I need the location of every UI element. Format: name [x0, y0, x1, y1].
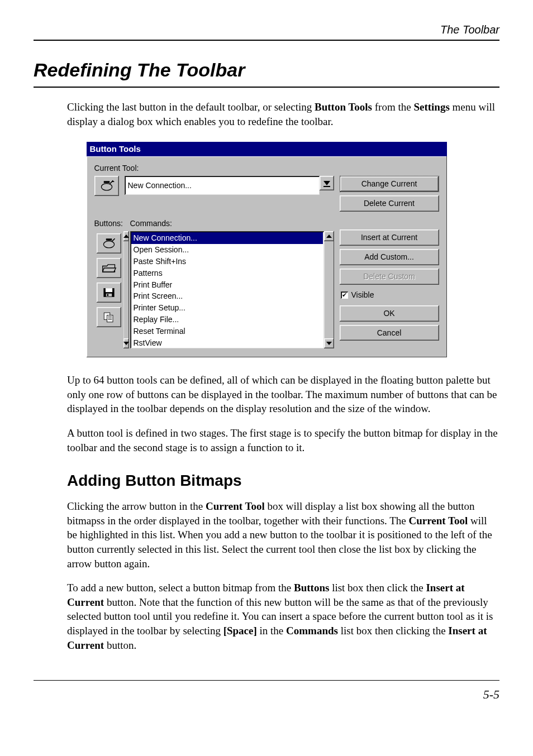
scroll-down-button[interactable] [324, 338, 334, 348]
section-title: Redefining The Toolbar [34, 58, 499, 88]
svg-rect-1 [103, 181, 110, 184]
commands-list-item[interactable]: Patterns [131, 267, 323, 279]
svg-rect-8 [105, 288, 112, 292]
body-paragraph: Clicking the arrow button in the Current… [67, 499, 499, 571]
commands-scrollbar[interactable] [324, 231, 334, 348]
text: list box then clicking the [338, 625, 448, 637]
new-connection-icon [101, 237, 117, 250]
buttons-label: Buttons: [94, 218, 125, 229]
add-custom-button[interactable]: Add Custom... [340, 249, 439, 265]
copy-documents-icon [101, 310, 117, 324]
visible-checkbox-row[interactable]: ✔ Visible [340, 288, 439, 302]
text: in the [257, 625, 286, 637]
commands-list[interactable]: New Connection...Open Session...Paste Sh… [130, 231, 324, 348]
current-tool-input[interactable] [125, 176, 320, 195]
up-arrow-icon [123, 235, 129, 238]
commands-list-item[interactable]: Paste Shift+Ins [131, 256, 323, 267]
commands-list-item[interactable]: Print Buffer [131, 279, 323, 291]
text-bold: Current Tool [206, 500, 265, 512]
change-current-button[interactable]: Change Current [340, 176, 439, 192]
svg-point-0 [101, 184, 112, 190]
delete-current-button[interactable]: Delete Current [340, 195, 439, 212]
text-bold: Settings [413, 101, 449, 113]
commands-label: Commands: [130, 218, 334, 229]
button-tools-dialog: Button Tools Current Tool: Change Curren… [87, 142, 447, 357]
page-number: 5-5 [34, 686, 499, 703]
svg-rect-9 [106, 294, 112, 296]
commands-list-item[interactable]: Print Screen... [131, 290, 323, 302]
svg-point-4 [103, 241, 114, 248]
buttons-scrollbar[interactable] [123, 231, 129, 348]
commands-list-item[interactable]: Reset Terminal [131, 326, 323, 337]
svg-line-6 [112, 238, 115, 241]
dialog-body: Current Tool: Change Current Delete Curr… [87, 156, 447, 357]
text: button. [104, 639, 136, 651]
current-tool-combo[interactable] [125, 176, 334, 195]
cancel-button[interactable]: Cancel [340, 325, 439, 341]
body-paragraph: A button tool is defined in two stages. … [67, 426, 499, 454]
text-bold: [Space] [223, 625, 257, 637]
buttons-list-item[interactable] [97, 258, 121, 278]
buttons-list-item[interactable] [97, 283, 121, 303]
svg-rect-10 [107, 294, 108, 296]
current-tool-dropdown-button[interactable] [320, 176, 334, 190]
subsection-heading: Adding Button Bitmaps [67, 470, 499, 491]
body-paragraph: Up to 64 button tools can be defined, al… [67, 373, 499, 416]
text-bold: Buttons [294, 582, 329, 594]
text: from the [372, 101, 413, 113]
buttons-list-item[interactable] [97, 307, 121, 327]
commands-list-item[interactable]: Open Session... [131, 244, 323, 256]
save-disk-icon [101, 286, 117, 299]
scroll-up-button[interactable] [324, 231, 334, 241]
text: list box then click the [329, 582, 426, 594]
svg-rect-5 [106, 238, 112, 241]
text-bold: Commands [286, 625, 338, 637]
footer-divider [34, 680, 499, 681]
intro-paragraph: Clicking the last button in the default … [67, 100, 499, 128]
delete-custom-button: Delete Custom [340, 269, 439, 285]
visible-checkbox-label: Visible [351, 290, 374, 300]
visible-checkbox[interactable]: ✔ [341, 291, 348, 299]
down-arrow-icon [123, 342, 129, 345]
buttons-list[interactable] [94, 231, 123, 348]
text-bold: Button Tools [315, 101, 372, 113]
page-header: The Toolbar [34, 22, 499, 41]
up-arrow-icon [326, 235, 332, 238]
new-connection-icon [99, 179, 115, 193]
commands-list-item[interactable]: Printer Setup... [131, 302, 323, 314]
scroll-up-button[interactable] [123, 231, 129, 241]
text: Clicking the last button in the default … [67, 101, 315, 113]
insert-at-current-button[interactable]: Insert at Current [340, 229, 439, 246]
down-arrow-icon [323, 181, 330, 185]
text-bold: Current Tool [409, 515, 468, 527]
text: Clicking the arrow button in the [67, 500, 206, 512]
ok-button[interactable]: OK [340, 305, 439, 322]
current-tool-label: Current Tool: [94, 163, 439, 174]
open-folder-icon [101, 261, 117, 275]
commands-list-item[interactable]: New Connection... [131, 232, 323, 244]
commands-list-item[interactable]: Replay File... [131, 314, 323, 326]
buttons-list-item[interactable] [97, 233, 121, 253]
body-paragraph: To add a new button, select a button bit… [67, 581, 499, 652]
svg-rect-12 [107, 315, 113, 322]
text: To add a new button, select a button bit… [67, 582, 294, 594]
scroll-down-button[interactable] [123, 338, 129, 348]
commands-list-item[interactable]: RstView [131, 337, 323, 348]
dialog-titlebar: Button Tools [87, 142, 447, 156]
down-arrow-icon [326, 342, 332, 345]
current-tool-icon [94, 176, 119, 196]
